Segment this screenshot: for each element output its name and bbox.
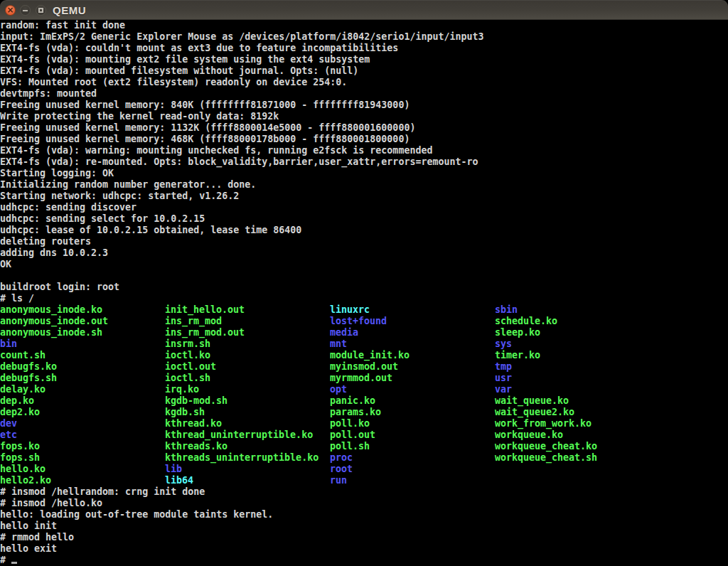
terminal-line: EXT4-fs (vda): warning: mounting uncheck… xyxy=(0,145,728,156)
file-entry: poll.out xyxy=(330,429,495,441)
terminal-line: hello2.kolib64run xyxy=(0,475,728,486)
file-entry: work_from_work.ko xyxy=(495,418,660,429)
close-button[interactable]: × xyxy=(5,5,16,16)
file-entry: media xyxy=(330,327,495,338)
file-entry: kthread_uninterruptible.ko xyxy=(165,429,330,441)
terminal-line: hello exit xyxy=(0,543,728,555)
terminal-line: adding dns 10.0.2.3 xyxy=(0,247,728,259)
terminal-line xyxy=(0,270,728,282)
terminal-line: devtmpfs: mounted xyxy=(0,88,728,100)
file-entry: tmp xyxy=(495,361,660,373)
file-entry: dep2.ko xyxy=(0,407,165,418)
file-entry: run xyxy=(330,475,495,486)
file-entry: lost+found xyxy=(330,316,495,327)
file-entry: anonymous_inode.out xyxy=(0,316,165,327)
terminal-line: EXT4-fs (vda): mounting ext2 file system… xyxy=(0,54,728,65)
terminal-line: hello.kolibroot xyxy=(0,464,728,475)
file-entry: hello2.ko xyxy=(0,475,165,486)
file-entry: kthreads.ko xyxy=(165,441,330,452)
terminal-line: delay.koirq.kooptvar xyxy=(0,384,728,395)
file-entry: kthreads_uninterruptible.ko xyxy=(165,452,330,464)
terminal-line: dep.kokgdb-mod.shpanic.kowait_queue.ko xyxy=(0,395,728,407)
window-titlebar[interactable]: × QEMU xyxy=(0,0,728,20)
file-entry: sbin xyxy=(495,304,660,316)
terminal-line: hello: loading out-of-tree module taints… xyxy=(0,509,728,520)
file-entry: lib64 xyxy=(165,475,330,486)
file-entry: root xyxy=(330,464,495,475)
terminal-line: Freeing unused kernel memory: 840K (ffff… xyxy=(0,100,728,111)
file-entry: linuxrc xyxy=(330,304,495,316)
terminal-line: # rmmod hello xyxy=(0,532,728,543)
terminal-line: EXT4-fs (vda): mounted filesystem withou… xyxy=(0,65,728,77)
terminal-line: # insmod /hello.ko xyxy=(0,498,728,509)
terminal-line: debugfs.shioctl.shmyrmmod.outusr xyxy=(0,373,728,384)
terminal-line: Starting network: udhcpc: started, v1.26… xyxy=(0,191,728,202)
file-entry: delay.ko xyxy=(0,384,165,395)
file-entry: module_init.ko xyxy=(330,350,495,361)
file-entry: workqueue_cheat.ko xyxy=(495,441,660,452)
file-entry: opt xyxy=(330,384,495,395)
terminal-line: Write protecting the kernel read-only da… xyxy=(0,111,728,122)
terminal-line: Initializing random number generator... … xyxy=(0,179,728,191)
terminal-line: # ls / xyxy=(0,293,728,304)
file-entry: etc xyxy=(0,429,165,441)
terminal-line: Freeing unused kernel memory: 1132K (fff… xyxy=(0,122,728,134)
terminal-line: random: fast init done xyxy=(0,20,728,31)
terminal-line: anonymous_inode.outins_rm_modlost+founds… xyxy=(0,316,728,327)
file-entry: bin xyxy=(0,338,165,350)
file-entry: usr xyxy=(495,373,660,384)
file-entry: schedule.ko xyxy=(495,316,660,327)
file-entry: anonymous_inode.sh xyxy=(0,327,165,338)
file-entry: sys xyxy=(495,338,660,350)
file-entry: irq.ko xyxy=(165,384,330,395)
file-entry: anonymous_inode.ko xyxy=(0,304,165,316)
file-entry: proc xyxy=(330,452,495,464)
terminal-line: Starting logging: OK xyxy=(0,168,728,179)
window-title: QEMU xyxy=(53,0,86,20)
terminal-line: udhcpc: sending select for 10.0.2.15 xyxy=(0,213,728,225)
terminal-line: count.shioctl.komodule_init.kotimer.ko xyxy=(0,350,728,361)
terminal-line: anonymous_inode.shins_rm_mod.outmediasle… xyxy=(0,327,728,338)
file-entry: count.sh xyxy=(0,350,165,361)
file-entry: ioctl.out xyxy=(165,361,330,373)
terminal-line: buildroot login: root xyxy=(0,282,728,293)
terminal-line: devkthread.kopoll.kowork_from_work.ko xyxy=(0,418,728,429)
terminal-line: Freeing unused kernel memory: 468K (ffff… xyxy=(0,134,728,145)
terminal-line: input: ImExPS/2 Generic Explorer Mouse a… xyxy=(0,31,728,43)
file-entry: myrmmod.out xyxy=(330,373,495,384)
terminal-cursor xyxy=(11,555,17,566)
terminal-line: VFS: Mounted root (ext2 filesystem) read… xyxy=(0,77,728,88)
minimize-button[interactable] xyxy=(20,5,31,16)
terminal-line: fops.shkthreads_uninterruptible.koprocwo… xyxy=(0,452,728,464)
minimize-icon xyxy=(23,10,28,11)
close-icon: × xyxy=(6,6,14,15)
maximize-button[interactable] xyxy=(36,5,46,16)
file-entry: debugfs.ko xyxy=(0,361,165,373)
file-entry: insrm.sh xyxy=(165,338,330,350)
terminal-line: etckthread_uninterruptible.kopoll.outwor… xyxy=(0,429,728,441)
file-entry: ioctl.sh xyxy=(165,373,330,384)
file-entry: panic.ko xyxy=(330,395,495,407)
file-entry: dep.ko xyxy=(0,395,165,407)
terminal-line: # xyxy=(0,555,728,566)
terminal-line: # insmod /hellrandom: crng init done xyxy=(0,486,728,498)
terminal-line: deleting routers xyxy=(0,236,728,247)
file-entry: poll.ko xyxy=(330,418,495,429)
file-entry: kgdb-mod.sh xyxy=(165,395,330,407)
file-entry: sleep.ko xyxy=(495,327,660,338)
file-entry: hello.ko xyxy=(0,464,165,475)
terminal-line: anonymous_inode.koinit_hello.outlinuxrcs… xyxy=(0,304,728,316)
file-entry: timer.ko xyxy=(495,350,660,361)
terminal-line: fops.kokthreads.kopoll.shworkqueue_cheat… xyxy=(0,441,728,452)
file-entry: workqueue.ko xyxy=(495,429,660,441)
file-entry: mnt xyxy=(330,338,495,350)
terminal-screen[interactable]: random: fast init doneinput: ImExPS/2 Ge… xyxy=(0,20,728,566)
file-entry: kthread.ko xyxy=(165,418,330,429)
terminal-line: dep2.kokgdb.shparams.kowait_queue2.ko xyxy=(0,407,728,418)
qemu-window: × QEMU random: fast init doneinput: ImEx… xyxy=(0,0,728,566)
terminal-line: udhcpc: sending discover xyxy=(0,202,728,213)
maximize-icon xyxy=(38,8,43,13)
file-entry: init_hello.out xyxy=(165,304,330,316)
file-entry: wait_queue2.ko xyxy=(495,407,660,418)
terminal-line: hello init xyxy=(0,520,728,532)
